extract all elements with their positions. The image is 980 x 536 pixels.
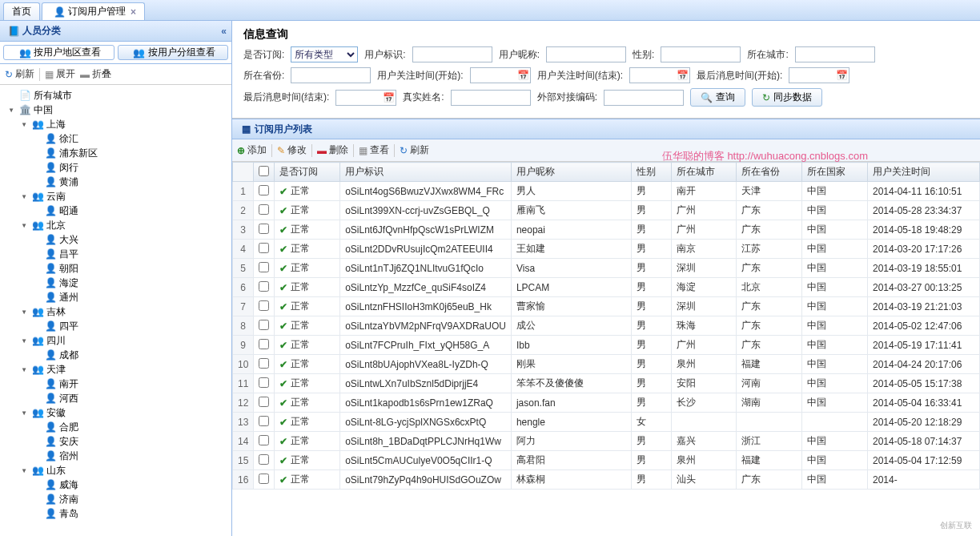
tree-node[interactable]: ▾👥吉林 — [0, 304, 231, 319]
tree-expand-button[interactable]: ▦展开 — [45, 67, 75, 81]
tree-node[interactable]: 👤安庆 — [0, 434, 231, 449]
tab-close-icon[interactable]: × — [131, 6, 136, 18]
userid-input[interactable] — [412, 46, 492, 62]
sync-button[interactable]: ↻同步数据 — [752, 88, 822, 107]
row-checkbox[interactable] — [259, 358, 269, 369]
subtab-by-group[interactable]: 👥 按用户分组查看 — [118, 45, 229, 60]
table-row[interactable]: 9 ✔正常 oSiLnt7FCPruIh_FIxt_yQH58G_A Ibb 男… — [233, 336, 980, 355]
table-row[interactable]: 1 ✔正常 oSiLnt4ogS6BwuzVJXwx8WM4_FRc 男人 男 … — [233, 182, 980, 201]
table-row[interactable]: 8 ✔正常 oSiLntzaYbVM2pNFrqV9AXDRaUOU 成公 男 … — [233, 316, 980, 336]
table-row[interactable]: 12 ✔正常 oSiLnt1kapodb1s6sPrn1ew1ZRaQ jaso… — [233, 393, 980, 413]
table-row[interactable]: 7 ✔正常 oSiLntznFHSIIoH3mK0j65euB_Hk 曹家愉 男… — [233, 297, 980, 316]
grid-refresh-button[interactable]: ↻刷新 — [400, 143, 429, 157]
sex-input[interactable] — [661, 46, 741, 62]
table-row[interactable]: 3 ✔正常 oSiLnt6JfQvnHfpQscW1sPrLWIZM neopa… — [233, 220, 980, 240]
table-row[interactable]: 5 ✔正常 oSiLnt1nTJj6ZQ1NLItvuG1fQcIo Visa … — [233, 259, 980, 278]
view-button[interactable]: ▦查看 — [359, 143, 389, 157]
row-checkbox[interactable] — [259, 454, 269, 465]
search-button[interactable]: 🔍查询 — [690, 88, 745, 107]
tree-node[interactable]: ▾👥云南 — [0, 189, 231, 204]
table-row[interactable]: 11 ✔正常 oSiLntwLXn7uIbSznl5dDiprjjE4 笨笨不及… — [233, 374, 980, 393]
row-checkbox[interactable] — [259, 185, 269, 195]
extcode-input[interactable] — [604, 90, 684, 106]
table-row[interactable]: 2 ✔正常 oSiLnt399XN-ccrj-uvZsGEBQL_Q 雁南飞 男… — [233, 201, 980, 220]
subtab-by-area[interactable]: 👥 按用户地区查看 — [3, 45, 114, 60]
row-checkbox[interactable] — [259, 281, 269, 292]
row-checkbox[interactable] — [259, 435, 269, 445]
expand-toggle-icon[interactable]: ▾ — [19, 465, 29, 476]
realname-input[interactable] — [451, 90, 531, 106]
tree-node[interactable]: 👤昭通 — [0, 204, 231, 218]
tree-node[interactable]: ▾👥四川 — [0, 333, 231, 348]
tree-node[interactable]: 👤南开 — [0, 377, 231, 391]
tree-node[interactable]: 📄所有城市 — [0, 88, 231, 103]
follow-start-date[interactable]: 📅 — [470, 67, 531, 83]
province-input[interactable] — [291, 67, 371, 83]
tree-node[interactable]: 👤大兴 — [0, 232, 231, 247]
tree-node[interactable]: 👤济南 — [0, 492, 231, 506]
tree-collapse-button[interactable]: ▬折叠 — [80, 67, 111, 81]
expand-toggle-icon[interactable]: ▾ — [19, 191, 29, 202]
row-checkbox[interactable] — [259, 474, 269, 484]
select-all-checkbox[interactable] — [259, 166, 269, 176]
edit-button[interactable]: ✎修改 — [277, 143, 307, 157]
row-checkbox[interactable] — [259, 262, 269, 272]
tree-node[interactable]: 👤昌平 — [0, 247, 231, 261]
table-row[interactable]: 10 ✔正常 oSiLnt8bUAjophVXea8L-IyZDh-Q 刚果 男… — [233, 355, 980, 374]
tree-node[interactable]: 👤海淀 — [0, 276, 231, 290]
tree-node[interactable]: ▾👥安徽 — [0, 405, 231, 420]
tree-node[interactable]: 👤合肥 — [0, 420, 231, 434]
tree-node[interactable]: 👤通州 — [0, 290, 231, 304]
tree-refresh-button[interactable]: ↻刷新 — [5, 67, 34, 81]
tree-node[interactable]: ▾👥天津 — [0, 362, 231, 377]
row-checkbox[interactable] — [259, 377, 269, 388]
table-row[interactable]: 15 ✔正常 oSiLnt5CmAUCulyeV0O5qCIIr1-Q 高君阳 … — [233, 451, 980, 470]
subscribe-select[interactable]: 所有类型 — [291, 46, 358, 62]
row-checkbox[interactable] — [259, 204, 269, 215]
row-checkbox[interactable] — [259, 320, 269, 330]
region-tree[interactable]: 📄所有城市▾🏛️中国▾👥上海👤徐汇👤浦东新区👤闵行👤黄浦▾👥云南👤昭通▾👥北京👤… — [0, 85, 231, 536]
delete-button[interactable]: ▬删除 — [317, 143, 348, 157]
tree-node[interactable]: 👤黄浦 — [0, 175, 231, 189]
lastmsg-start-date[interactable]: 📅 — [789, 67, 849, 83]
row-checkbox[interactable] — [259, 243, 269, 253]
city-input[interactable] — [795, 46, 875, 62]
expand-toggle-icon[interactable]: ▾ — [6, 104, 16, 115]
row-checkbox[interactable] — [259, 397, 269, 407]
row-checkbox[interactable] — [259, 339, 269, 349]
tree-node[interactable]: 👤威海 — [0, 478, 231, 492]
tree-node[interactable]: 👤四平 — [0, 319, 231, 333]
expand-toggle-icon[interactable]: ▾ — [19, 407, 29, 418]
tree-node[interactable]: 👤成都 — [0, 348, 231, 362]
data-grid[interactable]: 是否订阅 用户标识 用户昵称 性别 所在城市 所在省份 所在国家 用户关注时间 … — [232, 162, 980, 536]
tree-node[interactable]: 👤宿州 — [0, 449, 231, 463]
tree-node[interactable]: 👤朝阳 — [0, 261, 231, 276]
row-checkbox[interactable] — [259, 416, 269, 426]
expand-toggle-icon[interactable]: ▾ — [19, 119, 29, 130]
table-row[interactable]: 4 ✔正常 oSiLnt2DDvRUsujIcQm2ATEEUII4 王如建 男… — [233, 240, 980, 259]
table-row[interactable]: 16 ✔正常 oSiLnt79hZyPq4h9oHUISdGOuZOw 林森桐 … — [233, 470, 980, 490]
tree-node[interactable]: 👤闵行 — [0, 160, 231, 175]
expand-toggle-icon[interactable]: ▾ — [19, 306, 29, 317]
row-checkbox[interactable] — [259, 300, 269, 311]
tree-node[interactable]: 👤浦东新区 — [0, 146, 231, 160]
expand-toggle-icon[interactable]: ▾ — [19, 220, 29, 231]
tree-node[interactable]: ▾👥北京 — [0, 218, 231, 232]
lastmsg-end-date[interactable]: 📅 — [335, 90, 396, 106]
collapse-left-icon[interactable]: « — [221, 26, 227, 37]
row-checkbox[interactable] — [259, 224, 269, 234]
follow-end-date[interactable]: 📅 — [629, 67, 690, 83]
tab-home[interactable]: 首页 — [3, 2, 40, 20]
table-row[interactable]: 14 ✔正常 oSiLnt8h_1BDaDqtPPLCJNrHq1Ww 阿力 男… — [233, 432, 980, 451]
tree-node[interactable]: 👤徐汇 — [0, 131, 231, 146]
tree-node[interactable]: ▾👥山东 — [0, 463, 231, 478]
tree-node[interactable]: 👤河西 — [0, 391, 231, 405]
tab-subscribers[interactable]: 👤 订阅用户管理 × — [42, 2, 145, 20]
tree-node[interactable]: ▾👥上海 — [0, 117, 231, 131]
table-row[interactable]: 6 ✔正常 oSiLntzYp_MzzfCe_quSiF4soIZ4 LPCAM… — [233, 278, 980, 297]
table-row[interactable]: 13 ✔正常 oSiLnt-8LG-ycjSplXNGSx6cxPtQ heng… — [233, 413, 980, 432]
add-button[interactable]: ⊕添加 — [237, 143, 267, 157]
tree-node[interactable]: ▾🏛️中国 — [0, 103, 231, 117]
expand-toggle-icon[interactable]: ▾ — [19, 364, 29, 375]
nickname-input[interactable] — [546, 46, 626, 62]
